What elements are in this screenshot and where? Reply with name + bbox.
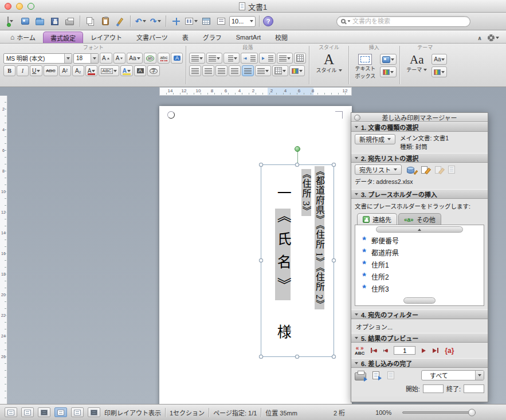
field-prefecture[interactable]: *都道府県: [355, 246, 484, 258]
bold-button[interactable]: B: [3, 65, 15, 76]
styles-button[interactable]: A スタイル: [312, 51, 345, 74]
grow-font-button[interactable]: A: [100, 53, 112, 64]
insert-textbox-button[interactable]: テキストボックス: [352, 53, 379, 81]
section-filter-header[interactable]: 4. 宛先のフィルター: [351, 309, 488, 319]
panel-titlebar[interactable]: 差し込み印刷マネージャー: [351, 113, 488, 122]
bullets-button[interactable]: [189, 53, 205, 64]
font-name-combo[interactable]: MS 明朝 (本文): [3, 53, 72, 64]
view-switch-button[interactable]: [185, 14, 198, 28]
merge-end-input[interactable]: [464, 384, 484, 393]
numbering-button[interactable]: [206, 53, 222, 64]
highlight-button[interactable]: ABC: [99, 65, 119, 76]
enclose-characters-button[interactable]: 字: [147, 65, 160, 76]
notebook-view-button[interactable]: [71, 407, 84, 417]
first-record-button[interactable]: [370, 348, 378, 353]
field-codes-button[interactable]: {a}: [445, 347, 454, 355]
draft-view-button[interactable]: [5, 407, 17, 417]
print-layout-view-button[interactable]: [54, 407, 67, 417]
undo-button[interactable]: ↶: [134, 14, 147, 28]
vertical-ruler[interactable]: 2 4 6 8 10 12 14 16 18 20 22 24 26: [0, 96, 7, 404]
text-effects-button[interactable]: A: [120, 65, 133, 76]
open-data-source-button[interactable]: [405, 164, 415, 175]
outline-view-button[interactable]: [21, 407, 34, 417]
save-button[interactable]: [48, 14, 61, 28]
tab-other[interactable]: «a»その他: [398, 213, 441, 225]
collapse-ribbon-button[interactable]: ∧: [477, 35, 482, 41]
justify-button[interactable]: [229, 65, 241, 76]
increase-indent-button[interactable]: [259, 53, 276, 64]
underline-button[interactable]: U: [30, 65, 42, 76]
align-right-button[interactable]: [215, 65, 227, 76]
window-titlebar[interactable]: 文書1: [0, 0, 506, 13]
merge-field-address[interactable]: 《都道府県》《住所 1》《住所 2》: [315, 166, 324, 309]
create-new-button[interactable]: 新規作成: [355, 134, 395, 144]
horizontal-ruler[interactable]: 14 12 10 8 6 4 2 2 4 6 8 12: [159, 87, 352, 96]
rotate-handle[interactable]: [295, 146, 300, 152]
table-button[interactable]: [199, 14, 213, 28]
decrease-indent-button[interactable]: [241, 53, 258, 64]
theme-button[interactable]: Aa テーマ: [403, 53, 430, 74]
field-address3[interactable]: *住所3: [355, 282, 484, 295]
zoom-window-button[interactable]: [28, 3, 34, 10]
section-recipient-list-header[interactable]: 2. 宛先リストの選択: [351, 153, 488, 163]
theme-fonts-button[interactable]: Aa: [432, 54, 447, 65]
tab-document-elements[interactable]: 文書パーツ: [130, 32, 175, 43]
address-textbox[interactable]: 《都道府県》《住所 1》《住所 2》 《住所 3》 一《氏名》様: [261, 164, 334, 357]
shrink-font-button[interactable]: A: [113, 53, 126, 64]
borders-button[interactable]: [272, 65, 288, 76]
insert-picture-button[interactable]: [380, 66, 397, 77]
edit-data-source-button[interactable]: [419, 164, 429, 175]
show-grid-button[interactable]: [294, 53, 306, 64]
view-merged-data-button[interactable]: « »ABC: [355, 346, 364, 356]
minimize-window-button[interactable]: [16, 3, 23, 10]
filter-options-button[interactable]: オプション...: [356, 324, 393, 331]
publishing-view-button[interactable]: [38, 407, 50, 417]
columns-button[interactable]: [214, 14, 227, 28]
close-panel-button[interactable]: [354, 115, 360, 121]
section-preview-header[interactable]: 5. 結果のプレビュー: [351, 333, 488, 343]
theme-colors-button[interactable]: [432, 66, 447, 77]
next-record-button[interactable]: [419, 348, 427, 353]
tab-layout[interactable]: レイアウト: [84, 32, 129, 43]
tab-tables[interactable]: 表: [175, 32, 195, 43]
zoom-slider[interactable]: [402, 411, 476, 414]
open-button[interactable]: [33, 14, 46, 28]
section-document-type-header[interactable]: 1. 文書の種類の選択: [351, 122, 488, 132]
tab-review[interactable]: 校閲: [268, 32, 295, 43]
phonetic-guide-button[interactable]: ab: [144, 53, 157, 64]
tab-smartart[interactable]: SmartArt: [229, 32, 268, 43]
copy-button[interactable]: [84, 14, 97, 28]
scroll-up-button[interactable]: [376, 226, 463, 233]
section-complete-merge-header[interactable]: 6. 差し込みの完了: [351, 358, 488, 368]
field-postal-code[interactable]: *郵便番号: [355, 234, 484, 246]
merge-to-document-button[interactable]: [371, 370, 381, 380]
ribbon-settings-button[interactable]: [488, 34, 499, 41]
print-button[interactable]: [63, 14, 76, 28]
field-address2[interactable]: *住所2: [355, 270, 484, 282]
move-tool-button[interactable]: [170, 14, 183, 28]
paste-button[interactable]: [99, 14, 112, 28]
record-number-input[interactable]: [394, 346, 415, 355]
search-field[interactable]: [336, 16, 470, 27]
superscript-button[interactable]: A²: [59, 65, 71, 76]
tab-contacts[interactable]: 連絡先: [357, 213, 397, 225]
italic-button[interactable]: I: [17, 65, 29, 76]
spelling-button[interactable]: abc: [158, 53, 170, 64]
zoom-slider-knob[interactable]: [468, 409, 476, 416]
merge-range-select[interactable]: すべて: [421, 370, 484, 380]
field-address1[interactable]: *住所1: [355, 258, 484, 270]
multilevel-list-button[interactable]: [223, 53, 240, 64]
close-window-button[interactable]: [5, 3, 11, 10]
align-left-button[interactable]: [189, 65, 201, 76]
document-page[interactable]: 《都道府県》《住所 1》《住所 2》 《住所 3》 一《氏名》様: [159, 106, 352, 404]
shading-button[interactable]: [289, 65, 305, 76]
change-case-button[interactable]: Aa: [127, 53, 142, 64]
format-painter-button[interactable]: [113, 14, 127, 28]
recipient-list-button[interactable]: 宛先リスト: [355, 164, 402, 175]
subscript-button[interactable]: A₂: [72, 65, 84, 76]
search-input[interactable]: [352, 18, 466, 25]
merge-start-input[interactable]: [423, 384, 444, 393]
align-center-button[interactable]: [202, 65, 214, 76]
line-spacing-button[interactable]: [255, 65, 271, 76]
previous-record-button[interactable]: [382, 348, 390, 353]
